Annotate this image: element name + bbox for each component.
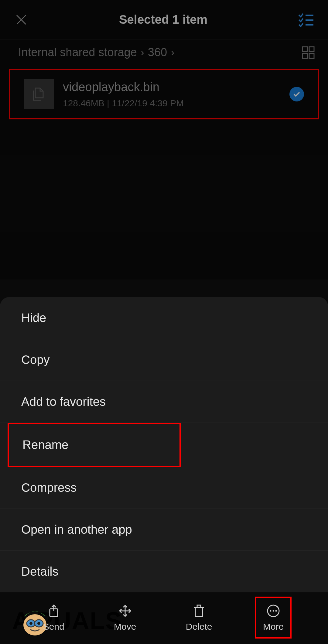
move-button[interactable]: Move bbox=[107, 598, 143, 637]
breadcrumb-item: 360 bbox=[148, 46, 167, 59]
bottom-action-bar: Send Move Delete bbox=[0, 591, 328, 644]
svg-rect-5 bbox=[302, 47, 307, 52]
menu-item-hide[interactable]: Hide bbox=[0, 297, 328, 339]
svg-rect-6 bbox=[309, 47, 314, 52]
breadcrumb-item: Internal shared storage bbox=[18, 46, 137, 59]
select-all-icon bbox=[298, 12, 314, 27]
svg-point-23 bbox=[273, 610, 274, 611]
button-label: More bbox=[263, 622, 284, 632]
chevron-right-icon: › bbox=[141, 46, 144, 59]
close-button[interactable] bbox=[14, 12, 29, 27]
menu-item-details[interactable]: Details bbox=[0, 551, 328, 592]
more-icon bbox=[266, 603, 281, 618]
svg-rect-18 bbox=[195, 608, 203, 617]
grid-view-icon bbox=[302, 46, 315, 59]
file-icon bbox=[24, 79, 54, 109]
menu-item-rename[interactable]: Rename bbox=[8, 423, 181, 467]
button-label: Move bbox=[114, 622, 136, 632]
button-label: Delete bbox=[186, 622, 212, 632]
file-selected-check[interactable] bbox=[289, 87, 304, 101]
chevron-right-icon: › bbox=[171, 46, 174, 59]
button-label: Send bbox=[43, 622, 64, 632]
header: Selected 1 item bbox=[0, 0, 328, 39]
svg-point-22 bbox=[270, 610, 272, 611]
move-icon bbox=[118, 603, 133, 618]
select-all-button[interactable] bbox=[298, 11, 314, 28]
check-icon bbox=[292, 90, 301, 98]
send-icon bbox=[46, 603, 61, 618]
file-item[interactable]: videoplayback.bin 128.46MB | 11/22/19 4:… bbox=[9, 69, 319, 119]
close-icon bbox=[15, 13, 28, 26]
delete-button[interactable]: Delete bbox=[179, 598, 219, 637]
file-name: videoplayback.bin bbox=[63, 80, 280, 94]
menu-item-open-another[interactable]: Open in another app bbox=[0, 509, 328, 551]
svg-point-24 bbox=[275, 610, 277, 611]
send-button[interactable]: Send bbox=[36, 598, 71, 637]
svg-rect-7 bbox=[302, 53, 307, 58]
more-menu-sheet: Hide Copy Add to favorites Rename Compre… bbox=[0, 297, 328, 592]
delete-icon bbox=[191, 603, 207, 618]
file-meta: 128.46MB | 11/22/19 4:39 PM bbox=[63, 98, 280, 108]
file-info: videoplayback.bin 128.46MB | 11/22/19 4:… bbox=[63, 80, 280, 108]
svg-rect-20 bbox=[197, 605, 201, 608]
menu-item-compress[interactable]: Compress bbox=[0, 467, 328, 509]
view-toggle-button[interactable] bbox=[301, 45, 316, 60]
page-title: Selected 1 item bbox=[29, 13, 298, 26]
breadcrumb[interactable]: Internal shared storage › 360 › bbox=[18, 46, 174, 59]
breadcrumb-bar: Internal shared storage › 360 › bbox=[0, 39, 328, 65]
more-button[interactable]: More bbox=[255, 597, 292, 639]
menu-item-copy[interactable]: Copy bbox=[0, 339, 328, 381]
menu-item-favorites[interactable]: Add to favorites bbox=[0, 381, 328, 423]
svg-rect-8 bbox=[309, 53, 314, 58]
